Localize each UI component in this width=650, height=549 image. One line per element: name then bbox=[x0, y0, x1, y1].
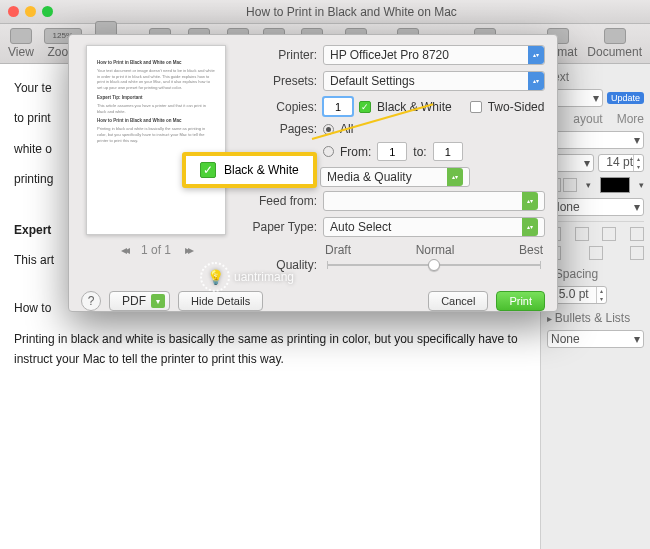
pages-to-input[interactable] bbox=[433, 142, 463, 161]
printer-select[interactable]: HP OfficeJet Pro 8720▴▾ bbox=[323, 45, 545, 65]
font-family-select[interactable]: ▾ bbox=[547, 131, 644, 149]
twosided-label: Two-Sided bbox=[488, 100, 545, 114]
bullets-select[interactable]: None▾ bbox=[547, 330, 644, 348]
window-title: How to Print in Black and White on Mac bbox=[61, 5, 642, 19]
inspector-tab-more[interactable]: More bbox=[617, 112, 644, 126]
paper-label: Paper Type: bbox=[245, 220, 317, 234]
pages-label: Pages: bbox=[245, 122, 317, 136]
indent-icon[interactable] bbox=[630, 246, 644, 260]
copies-label: Copies: bbox=[245, 100, 317, 114]
bw-callout: ✓ Black & White bbox=[182, 152, 317, 188]
preview-page: How to Print in Black and White on Mac Y… bbox=[86, 45, 226, 235]
document-button[interactable]: Document bbox=[587, 28, 642, 59]
hide-details-button[interactable]: Hide Details bbox=[178, 291, 263, 311]
update-button[interactable]: Update bbox=[607, 92, 644, 104]
pages-from-input[interactable] bbox=[377, 142, 407, 161]
zoom-dot[interactable] bbox=[42, 6, 53, 17]
align-center-icon[interactable] bbox=[575, 227, 589, 241]
view-button[interactable]: View bbox=[8, 28, 34, 59]
check-icon: ✓ bbox=[200, 162, 216, 178]
char-style-select[interactable]: None▾ bbox=[547, 198, 644, 216]
font-size-field[interactable]: 14 pt▴▾ bbox=[598, 154, 644, 172]
text-color-swatch[interactable] bbox=[600, 177, 630, 193]
minimize-dot[interactable] bbox=[25, 6, 36, 17]
bullets-disclosure[interactable]: ▸ Bullets & Lists bbox=[547, 311, 644, 325]
align-right-icon[interactable] bbox=[602, 227, 616, 241]
presets-select[interactable]: Default Settings▴▾ bbox=[323, 71, 545, 91]
callout-label: Black & White bbox=[224, 163, 299, 177]
quality-label: Quality: bbox=[245, 258, 317, 272]
prev-page-icon[interactable]: ◂◂ bbox=[121, 243, 127, 257]
bw-checkbox[interactable]: ✓ bbox=[359, 101, 371, 113]
twosided-checkbox[interactable] bbox=[470, 101, 482, 113]
presets-label: Presets: bbox=[245, 74, 317, 88]
page-indicator: 1 of 1 bbox=[141, 243, 171, 257]
cancel-button[interactable]: Cancel bbox=[428, 291, 488, 311]
chevron-down-icon: ▾ bbox=[151, 294, 165, 308]
help-button[interactable]: ? bbox=[81, 291, 101, 311]
copies-input[interactable] bbox=[323, 97, 353, 116]
next-page-icon[interactable]: ▸▸ bbox=[185, 243, 191, 257]
align-justify-icon[interactable] bbox=[630, 227, 644, 241]
paper-select[interactable]: Auto Select▴▾ bbox=[323, 217, 545, 237]
pdf-button[interactable]: PDF▾ bbox=[109, 291, 170, 311]
outdent-icon[interactable] bbox=[589, 246, 603, 260]
print-button[interactable]: Print bbox=[496, 291, 545, 311]
options-section-select[interactable]: Media & Quality▴▾ bbox=[320, 167, 470, 187]
close-dot[interactable] bbox=[8, 6, 19, 17]
traffic-lights bbox=[8, 6, 53, 17]
printer-label: Printer: bbox=[245, 48, 317, 62]
feed-label: Feed from: bbox=[245, 194, 317, 208]
feed-select[interactable]: ▴▾ bbox=[323, 191, 545, 211]
inspector-tab-layout[interactable]: ayout bbox=[573, 112, 602, 126]
italic-icon[interactable] bbox=[563, 178, 577, 192]
spacing-disclosure[interactable]: ▸ Spacing bbox=[547, 267, 644, 281]
pages-range-radio[interactable] bbox=[323, 146, 334, 157]
bw-checkbox-label: Black & White bbox=[377, 100, 452, 114]
quality-slider[interactable] bbox=[327, 257, 541, 273]
